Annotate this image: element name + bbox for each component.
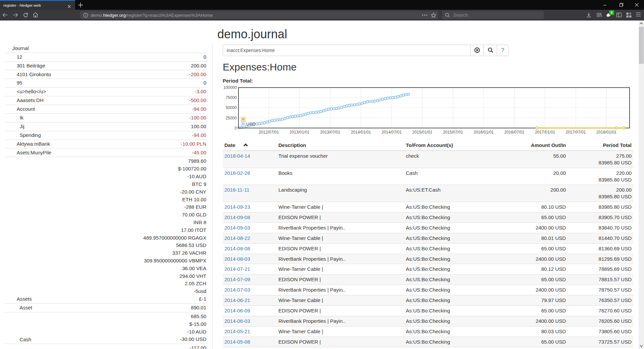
- svg-text:2017/01/01: 2017/01/01: [535, 130, 555, 135]
- svg-text:2013/07/01: 2013/07/01: [320, 130, 340, 135]
- svg-text:2012/07/01: 2012/07/01: [259, 130, 279, 135]
- svg-text:2014/01/01: 2014/01/01: [351, 130, 371, 135]
- svg-text:2015/01/01: 2015/01/01: [412, 130, 432, 135]
- svg-text:2016/07/01: 2016/07/01: [504, 130, 524, 135]
- svg-text:2015/07/01: 2015/07/01: [443, 130, 463, 135]
- svg-text:100000: 100000: [223, 85, 237, 90]
- svg-text:2016/01/01: 2016/01/01: [474, 130, 494, 135]
- svg-text:2014/07/01: 2014/07/01: [381, 130, 401, 135]
- svg-text:50000: 50000: [226, 105, 237, 110]
- svg-text:2018/01/01: 2018/01/01: [596, 130, 616, 135]
- svg-text:25000: 25000: [226, 116, 237, 120]
- svg-text:75000: 75000: [226, 95, 237, 100]
- svg-text:0: 0: [234, 126, 237, 131]
- svg-text:USD: USD: [246, 121, 255, 127]
- svg-text:2017/07/01: 2017/07/01: [566, 130, 586, 135]
- svg-text:2013/01/01: 2013/01/01: [289, 130, 310, 135]
